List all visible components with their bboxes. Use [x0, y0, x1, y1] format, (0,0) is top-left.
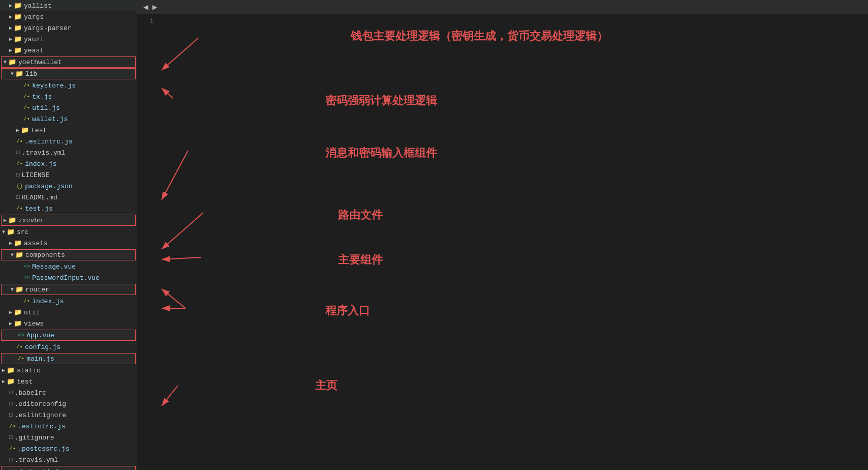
tree-label: App.vue: [26, 332, 54, 339]
tree-item-src[interactable]: ▼📁src: [0, 226, 137, 238]
tree-item-index.js1[interactable]: /•index.js: [0, 158, 137, 169]
tree-item-gitignore[interactable]: □.gitignore: [0, 432, 137, 443]
tree-label: LICENSE: [22, 171, 50, 179]
svg-line-3: [162, 151, 188, 200]
tree-item-yoethwallet[interactable]: ▼📁yoethwallet: [1, 56, 136, 68]
tree-label: tx.js: [32, 93, 52, 101]
tree-item-wallet.js[interactable]: /•wallet.js: [0, 113, 137, 125]
tree-item-babelrc[interactable]: □.babelrc: [0, 387, 137, 398]
tree-item-package.json[interactable]: {}package.json: [0, 181, 137, 192]
tree-label: PasswordInput.vue: [32, 274, 100, 282]
annotation-ann6: 程序入口: [325, 303, 370, 318]
annotation-arrows: [158, 14, 868, 470]
tree-label: main.js: [26, 355, 54, 363]
tree-item-LICENSE[interactable]: □LICENSE: [0, 169, 137, 181]
tree-item-lib[interactable]: ▼📁lib: [1, 68, 136, 79]
code-area: 钱包主要处理逻辑（密钥生成，货币交易处理逻辑）密码强弱计算处理逻辑消息和密码输入…: [158, 14, 868, 470]
tree-item-editorconfig[interactable]: □.editorconfig: [0, 398, 137, 409]
tree-label: .travis.yml: [15, 456, 58, 464]
tree-label: .postcssrc.js: [18, 445, 69, 453]
tree-label: yargs-parser: [24, 24, 72, 32]
annotation-ann1: 钱包主要处理逻辑（密钥生成，货币交易处理逻辑）: [351, 28, 608, 44]
file-tree: ▶📁yallist▶📁yargs▶📁yargs-parser▶📁yauzl▶📁y…: [0, 0, 137, 470]
tree-item-yargs-parser[interactable]: ▶📁yargs-parser: [0, 22, 137, 34]
tree-item-travis2.yml[interactable]: □.travis.yml: [0, 454, 137, 465]
annotation-ann4: 路由文件: [338, 208, 383, 223]
svg-line-5: [162, 257, 201, 259]
tree-label: Message.vue: [32, 263, 76, 271]
tree-label: yauzl: [24, 36, 44, 43]
tree-item-PasswordInput.vue[interactable]: <>PasswordInput.vue: [0, 272, 137, 283]
tree-item-eslintignore[interactable]: □.eslintignore: [0, 409, 137, 421]
tree-label: .gitignore: [15, 434, 54, 442]
tree-label: zxcvbn: [18, 217, 42, 224]
tree-item-static[interactable]: ▶📁static: [0, 365, 137, 376]
tree-label: package.json: [25, 183, 73, 190]
tree-item-yallist[interactable]: ▶📁yallist: [0, 0, 137, 11]
tree-item-travis.yml[interactable]: □.travis.yml: [0, 147, 137, 158]
tree-item-README.md[interactable]: □README.md: [0, 192, 137, 203]
tree-label: yeast: [24, 47, 44, 54]
tree-item-postcssrc.js[interactable]: /•.postcssrc.js: [0, 443, 137, 454]
tree-item-router-index.js[interactable]: /•index.js: [0, 296, 137, 307]
tree-item-tx.js[interactable]: /•tx.js: [0, 91, 137, 102]
annotation-ann5: 主要组件: [338, 252, 383, 268]
tree-label: yoethwallet: [18, 58, 62, 66]
editor-content: 1: [137, 14, 868, 470]
tree-label: static: [17, 367, 41, 374]
tree-label: src: [17, 228, 28, 236]
tree-label: util: [24, 309, 40, 316]
tree-label: index.js: [25, 160, 56, 168]
tree-item-test.js[interactable]: /•test.js: [0, 203, 137, 214]
tree-label: config.js: [25, 343, 60, 351]
svg-line-2: [162, 88, 173, 98]
line-numbers: 1: [137, 14, 158, 470]
tree-item-config.js[interactable]: /•config.js: [0, 341, 137, 352]
tree-item-eslintrc2.js[interactable]: /•.eslintrc.js: [0, 421, 137, 432]
back-button[interactable]: ◀: [141, 1, 150, 13]
annotation-ann2: 密码强弱计算处理逻辑: [325, 93, 437, 108]
tree-label: yallist: [24, 2, 52, 10]
editor-toolbar: ◀ ▶: [137, 0, 868, 14]
tree-label: keystore.js: [32, 82, 76, 90]
tree-item-util.js[interactable]: /•util.js: [0, 102, 137, 113]
tree-item-test2[interactable]: ▶📁test: [0, 376, 137, 387]
tree-label: assets: [24, 240, 48, 247]
tree-item-components[interactable]: ▼📁components: [1, 249, 136, 260]
tree-item-zxcvbn[interactable]: ▶📁zxcvbn: [1, 215, 136, 226]
tree-label: test: [31, 127, 47, 134]
tree-label: .eslintrc.js: [25, 138, 73, 145]
tree-item-index.html[interactable]: <>index.html: [1, 466, 136, 470]
tree-label: .editorconfig: [15, 400, 66, 408]
tree-label: .eslintignore: [15, 412, 66, 419]
tree-item-yauzl[interactable]: ▶📁yauzl: [0, 34, 137, 45]
tree-label: .travis.yml: [22, 149, 66, 157]
tree-item-assets[interactable]: ▶📁assets: [0, 238, 137, 249]
tree-item-main.js[interactable]: /•main.js: [1, 353, 136, 364]
svg-line-1: [162, 38, 198, 70]
editor-panel: ◀ ▶ 1: [137, 0, 868, 470]
forward-button[interactable]: ▶: [150, 1, 160, 13]
tree-item-util2[interactable]: ▶📁util: [0, 307, 137, 318]
svg-line-4: [162, 213, 203, 249]
tree-item-Message.vue[interactable]: <>Message.vue: [0, 261, 137, 272]
tree-item-views[interactable]: ▶📁views: [0, 318, 137, 329]
tree-item-keystore.js[interactable]: /•keystore.js: [0, 80, 137, 91]
tree-label: index.js: [32, 298, 64, 305]
tree-label: .babelrc: [15, 389, 46, 397]
tree-item-yargs[interactable]: ▶📁yargs: [0, 11, 137, 22]
tree-item-test1[interactable]: ▶📁test: [0, 125, 137, 136]
svg-line-8: [162, 386, 178, 406]
annotation-ann7: 主页: [315, 378, 337, 393]
tree-label: util.js: [32, 104, 60, 112]
tree-item-router[interactable]: ▼📁router: [1, 284, 136, 295]
tree-item-App.vue[interactable]: <>App.vue: [1, 330, 136, 341]
tree-label: components: [25, 251, 65, 259]
tree-label: lib: [25, 70, 37, 78]
tree-item-eslintrc.js[interactable]: /•.eslintrc.js: [0, 136, 137, 147]
tree-label: router: [25, 286, 49, 293]
tree-label: index.html: [19, 468, 59, 471]
tree-label: views: [24, 320, 44, 328]
tree-label: wallet.js: [32, 115, 68, 123]
tree-item-yeast[interactable]: ▶📁yeast: [0, 45, 137, 56]
